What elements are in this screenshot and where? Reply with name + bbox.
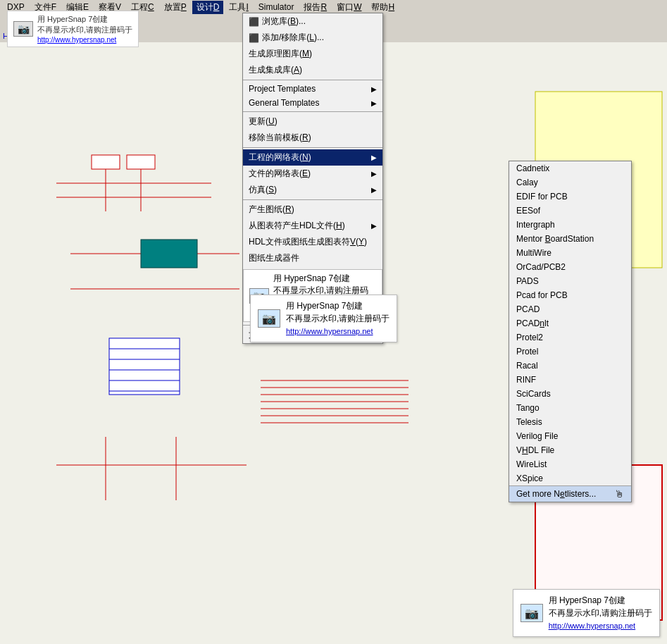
menu-window[interactable]: 窗口W: [332, 1, 366, 14]
wm-menu-line1: 用 HyperSnap 7创建: [273, 273, 376, 285]
camera-icon-br: 📷: [520, 604, 543, 622]
netlist-pcad-pcb[interactable]: Pcad for PCB: [509, 288, 631, 302]
netlist-telesis[interactable]: Telesis: [509, 415, 631, 429]
divider-2: [243, 111, 382, 112]
menu-gen-chart-from-hdl[interactable]: HDL文件或图纸生成图表符V(Y): [243, 234, 382, 250]
menu-gen-integrated-lib[interactable]: 生成集成库(A): [243, 62, 382, 78]
netlist-scicards[interactable]: SciCards: [509, 387, 631, 401]
menu-design[interactable]: 设计D: [192, 1, 224, 14]
menu-remove-template[interactable]: 移除当前模板(R): [243, 130, 382, 146]
netlist-orcad[interactable]: OrCad/PCB2: [509, 260, 631, 274]
netlist-racal[interactable]: Racal: [509, 359, 631, 373]
arrow-project-templates: ▶: [371, 85, 377, 93]
watermark-tl-link[interactable]: http://www.hypersnap.net: [37, 36, 116, 44]
netlist-pcadnlt[interactable]: PCADnlt: [509, 316, 631, 330]
svg-rect-5: [92, 155, 120, 169]
camera-icon-middle: 📷: [258, 309, 280, 328]
netlist-protel[interactable]: Protel: [509, 345, 631, 359]
svg-rect-22: [109, 338, 180, 395]
netlist-get-more[interactable]: Get more Netlisters... 🖱: [509, 485, 631, 502]
netlist-eesof[interactable]: EESof: [509, 204, 631, 218]
netlist-tango[interactable]: Tango: [509, 401, 631, 415]
menu-report[interactable]: 报告R: [299, 1, 331, 14]
netlist-verilog[interactable]: Verilog File: [509, 429, 631, 443]
svg-rect-6: [127, 155, 155, 169]
menu-simulator[interactable]: Simulator: [254, 1, 299, 13]
add-remove-icon: ⬛: [249, 33, 259, 43]
menu-browse-libs[interactable]: ⬛ 浏览库(B)...: [243, 13, 382, 30]
netlist-mentor[interactable]: Mentor BoardStation: [509, 232, 631, 246]
menu-update[interactable]: 更新(U): [243, 113, 382, 130]
netlist-vhdl[interactable]: VHDL File: [509, 443, 631, 457]
menu-project-templates[interactable]: Project Templates ▶: [243, 82, 382, 96]
wm-br-link[interactable]: http://www.hypersnap.net: [549, 621, 636, 630]
watermark-bottomright: 📷 用 HyperSnap 7创建 不再显示水印,请购注册码于 http://w…: [513, 589, 660, 637]
divider-3: [243, 147, 382, 148]
divider-4: [243, 199, 382, 200]
arrow-file-netlist: ▶: [371, 170, 377, 178]
watermark-topleft: 📷 用 HyperSnap 7创建 不再显示水印,请购注册码于 http://w…: [7, 11, 139, 47]
watermark-middle: 📷 用 HyperSnap 7创建 不再显示水印,请购注册码于 http://w…: [250, 295, 397, 342]
browse-icon: ⬛: [249, 17, 259, 27]
arrow-hdl: ▶: [371, 222, 377, 230]
svg-rect-9: [141, 240, 197, 268]
divider-1: [243, 80, 382, 80]
netlist-multiwire[interactable]: MultiWire: [509, 246, 631, 260]
netlist-xspice[interactable]: XSpice: [509, 471, 631, 485]
menu-gen-sheet[interactable]: 产生图纸(R): [243, 202, 382, 218]
netlist-options-panel: Cadnetix Calay EDIF for PCB EESof Interg…: [509, 161, 632, 502]
netlist-intergraph[interactable]: Intergraph: [509, 218, 631, 232]
watermark-tl-line1: 用 HyperSnap 7创建: [37, 14, 132, 25]
netlist-edif-pcb[interactable]: EDIF for PCB: [509, 190, 631, 204]
wm-br-line1: 用 HyperSnap 7创建: [549, 594, 652, 607]
menu-file-netlist[interactable]: 文件的网络表(E) ▶: [243, 166, 382, 182]
netlist-calay[interactable]: Calay: [509, 175, 631, 190]
menu-tools[interactable]: 工具I: [225, 1, 252, 14]
menu-simulation[interactable]: 仿真(S) ▶: [243, 182, 382, 198]
menu-gen-schematic-lib[interactable]: 生成原理图库(M): [243, 46, 382, 62]
camera-icon-topleft: 📷: [13, 21, 33, 37]
menu-add-remove-libs[interactable]: ⬛ 添加/移除库(L)...: [243, 30, 382, 46]
watermark-tl-line2: 不再显示水印,请购注册码于: [37, 25, 132, 35]
netlist-pads[interactable]: PADS: [509, 274, 631, 288]
arrow-simulation: ▶: [371, 186, 377, 194]
arrow-general-templates: ▶: [371, 99, 377, 107]
menu-help[interactable]: 帮助H: [367, 1, 399, 14]
netlist-pcad[interactable]: PCAD: [509, 302, 631, 316]
menu-sheet-to-component[interactable]: 图纸生成器件: [243, 250, 382, 266]
netlist-rinf[interactable]: RINF: [509, 373, 631, 387]
menu-hdl-from-chart[interactable]: 从图表符产生HDL文件(H) ▶: [243, 218, 382, 234]
wm-br-line2: 不再显示水印,请购注册码于: [549, 607, 652, 619]
wm-mid-line2: 不再显示水印,请购注册码于: [286, 312, 389, 325]
netlist-protel2[interactable]: Protel2: [509, 330, 631, 345]
arrow-project-netlist: ▶: [371, 154, 377, 161]
get-more-label: Get more Netlisters...: [516, 489, 596, 499]
wm-mid-link[interactable]: http://www.hypersnap.net: [286, 327, 373, 335]
wm-mid-line1: 用 HyperSnap 7创建: [286, 299, 389, 312]
netlist-cadnetix[interactable]: Cadnetix: [509, 161, 631, 175]
menu-project-netlist[interactable]: 工程的网络表(N) ▶: [243, 149, 382, 166]
netlist-wirelist[interactable]: WireList: [509, 457, 631, 471]
menu-general-templates[interactable]: General Templates ▶: [243, 96, 382, 110]
cursor-indicator: 🖱: [614, 488, 624, 500]
menu-place[interactable]: 放置P: [160, 1, 191, 14]
